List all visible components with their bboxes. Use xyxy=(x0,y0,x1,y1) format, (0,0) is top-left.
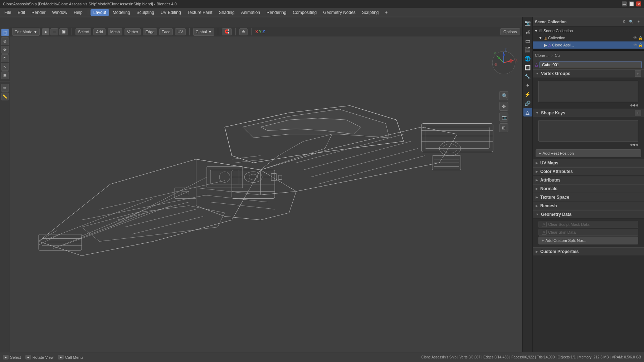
main-viewport[interactable]: X Y Z 🔍 ✥ 📷 ⊞ xyxy=(10,27,532,352)
vertex-select-btn[interactable]: ● xyxy=(42,28,49,35)
outliner-scene-collection[interactable]: ▼ ⚄ Scene Collection xyxy=(533,27,644,34)
sculpt-mask-checkbox[interactable]: ✕ xyxy=(542,222,547,227)
minimize-button[interactable]: — xyxy=(622,1,627,6)
shape-keys-section-header[interactable]: ▼ Shape Keys + xyxy=(533,109,644,117)
sk-dot3[interactable] xyxy=(636,144,638,146)
shape-keys-title: Shape Keys xyxy=(541,110,565,115)
face-btn[interactable]: Face xyxy=(159,28,173,35)
tool-measure[interactable]: 📏 xyxy=(1,93,9,100)
workspace-tab-scripting[interactable]: Scripting xyxy=(359,9,382,16)
normals-section-header[interactable]: ▶ Normals xyxy=(533,184,644,193)
geometry-data-section-header[interactable]: ▼ Geometry Data xyxy=(533,210,644,219)
proportional-btn[interactable]: ⊙ xyxy=(239,28,248,35)
tool-move[interactable]: ✥ xyxy=(1,46,9,54)
add-btn[interactable]: Add xyxy=(93,28,106,35)
tool-annotate[interactable]: ✏ xyxy=(1,84,9,92)
tool-cursor[interactable]: ⊕ xyxy=(1,37,9,45)
tool-rotate[interactable]: ↻ xyxy=(1,54,9,62)
mesh-btn[interactable]: Mesh xyxy=(108,28,122,35)
clear-skin-data-btn[interactable]: ✕ Clear Skin Data xyxy=(538,229,638,236)
mesh-lock-icon[interactable]: 🔒 xyxy=(638,43,643,47)
normals-title: Normals xyxy=(540,186,557,191)
panel-scroll-area[interactable]: Scene Collection ⊻ 🔍 + ▼ ⚄ Scene Collect… xyxy=(533,17,644,352)
collection-visibility-icon[interactable]: 👁 xyxy=(633,36,637,40)
tool-transform[interactable]: ⊞ xyxy=(1,71,9,79)
menu-edit[interactable]: Edit xyxy=(15,9,28,16)
outliner-collection[interactable]: ▼ ◫ Collection 👁 🔒 xyxy=(533,34,644,41)
outliner-search-icon[interactable]: 🔍 xyxy=(628,19,634,25)
workspace-tab-add[interactable]: + xyxy=(382,9,391,16)
menu-file[interactable]: File xyxy=(1,9,14,16)
vertex-groups-list[interactable] xyxy=(538,81,638,102)
mesh-visibility-icon[interactable]: 👁 xyxy=(633,43,637,47)
props-tab-data[interactable]: △ xyxy=(523,108,532,116)
props-tab-particles[interactable]: ✦ xyxy=(523,81,532,90)
remesh-section-header[interactable]: ▶ Remesh xyxy=(533,202,644,210)
collection-lock-icon[interactable]: 🔒 xyxy=(638,36,643,40)
axis-z-label: Z xyxy=(262,29,265,34)
props-tab-modifier[interactable]: 🔧 xyxy=(523,72,532,81)
shape-keys-list[interactable] xyxy=(538,120,638,142)
props-tab-scene[interactable]: 🎬 xyxy=(523,45,532,54)
mode-label: Edit Mode xyxy=(15,30,33,34)
vertex-groups-add-btn[interactable]: + xyxy=(635,70,641,77)
vg-dot2[interactable] xyxy=(633,104,635,106)
tool-select[interactable]: ⬚ xyxy=(1,29,9,36)
global-dropdown[interactable]: Global ▼ xyxy=(193,28,215,36)
workspace-tab-texture-paint[interactable]: Texture Paint xyxy=(185,9,215,16)
options-btn[interactable]: Options xyxy=(500,28,520,35)
skin-data-checkbox[interactable]: ✕ xyxy=(542,230,547,235)
props-tab-object[interactable]: 🔳 xyxy=(523,63,532,72)
edge-select-btn[interactable]: ─ xyxy=(50,28,58,35)
props-tab-render[interactable]: 📷 xyxy=(523,19,532,27)
outliner-mesh-object[interactable]: ▶ △ Clone Assi... 👁 🔒 xyxy=(533,41,644,49)
workspace-tab-rendering[interactable]: Rendering xyxy=(264,9,289,16)
vertex-btn[interactable]: Vertex xyxy=(125,28,141,35)
custom-properties-section-header[interactable]: ▶ Custom Properties xyxy=(533,247,644,256)
mode-dropdown[interactable]: Edit Mode ▼ xyxy=(12,28,40,36)
props-tab-world[interactable]: 🌐 xyxy=(523,54,532,63)
vg-dot1[interactable] xyxy=(630,104,633,106)
object-name-field[interactable]: Cube.001 xyxy=(540,61,642,68)
add-custom-split-normals-btn[interactable]: + Add Custom Split Nor... xyxy=(538,237,638,244)
select-btn[interactable]: Select xyxy=(75,28,92,35)
workspace-tab-uv-editing[interactable]: UV Editing xyxy=(158,9,184,16)
color-attributes-section-header[interactable]: ▶ Color Attributes xyxy=(533,167,644,176)
vertex-groups-section-header[interactable]: ▼ Vertex Groups + xyxy=(533,69,644,78)
face-select-btn[interactable]: ▣ xyxy=(59,28,68,35)
uv-maps-section-header[interactable]: ▶ UV Maps xyxy=(533,159,644,167)
props-tab-physics[interactable]: ⚡ xyxy=(523,90,532,99)
workspace-tab-sculpting[interactable]: Sculpting xyxy=(134,9,157,16)
color-attributes-title: Color Attributes xyxy=(540,169,573,174)
props-tab-viewlayer[interactable]: 🗃 xyxy=(523,36,532,45)
clear-sculpt-mask-btn[interactable]: ✕ Clear Sculpt Mask Data xyxy=(538,221,638,228)
close-button[interactable]: ✕ xyxy=(636,1,641,6)
sk-dot2[interactable] xyxy=(633,144,635,146)
uv-btn[interactable]: UV xyxy=(175,28,185,35)
workspace-tab-shading[interactable]: Shading xyxy=(216,9,238,16)
tool-scale[interactable]: ⤡ xyxy=(1,63,9,71)
shape-keys-add-btn[interactable]: + xyxy=(635,110,641,116)
workspace-tab-layout[interactable]: Layout xyxy=(91,9,109,16)
props-tab-constraints[interactable]: 🔗 xyxy=(523,99,532,108)
outliner-add-icon[interactable]: + xyxy=(635,19,642,25)
workspace-tab-geometry-nodes[interactable]: Geometry Nodes xyxy=(320,9,358,16)
add-rest-position-btn[interactable]: + Add Rest Position xyxy=(536,149,641,157)
menu-render[interactable]: Render xyxy=(29,9,48,16)
edge-btn[interactable]: Edge xyxy=(143,28,157,35)
workspace-tab-animation[interactable]: Animation xyxy=(238,9,263,16)
svg-text:Z: Z xyxy=(504,48,507,52)
snap-btn[interactable]: 🧲 xyxy=(222,28,232,35)
outliner-filter-icon[interactable]: ⊻ xyxy=(620,19,627,25)
props-tab-output[interactable]: 🖨 xyxy=(523,28,532,36)
menu-help[interactable]: Help xyxy=(71,9,86,16)
maximize-button[interactable]: ⬜ xyxy=(629,1,634,6)
menu-window[interactable]: Window xyxy=(49,9,70,16)
sk-dot1[interactable] xyxy=(630,144,633,146)
vg-dot3[interactable] xyxy=(636,104,638,106)
workspace-tab-compositing[interactable]: Compositing xyxy=(290,9,319,16)
texture-space-section-header[interactable]: ▶ Texture Space xyxy=(533,193,644,202)
attributes-section-header[interactable]: ▶ Attributes xyxy=(533,176,644,184)
properties-icon-tabs: 📷 🖨 🗃 🎬 🌐 🔳 🔧 ✦ ⚡ 🔗 △ xyxy=(522,17,532,352)
workspace-tab-modeling[interactable]: Modeling xyxy=(110,9,133,16)
